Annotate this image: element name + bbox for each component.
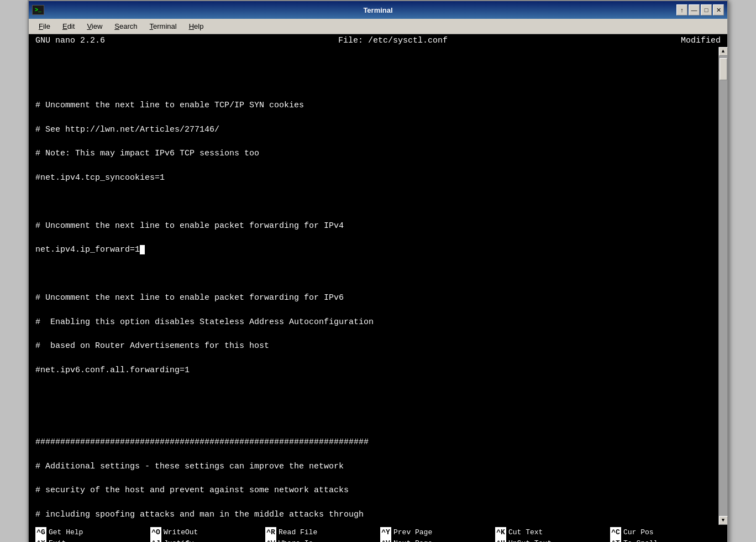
- shortcut-get-help: ^G Get Help: [33, 527, 148, 538]
- editor-line-2: # Uncomment the next line to enable TCP/…: [35, 100, 712, 112]
- menu-help[interactable]: Help: [183, 20, 209, 33]
- maximize-icon: □: [705, 7, 708, 13]
- window-title: Terminal: [363, 6, 392, 14]
- shortcut-cur-pos: ^C Cur Pos: [608, 527, 723, 538]
- scroll-down-button[interactable]: ▼: [719, 516, 728, 525]
- shortcut-key-next-page: ^V: [380, 538, 391, 542]
- shortcut-label-next-page: Next Page: [393, 538, 432, 542]
- shortcut-to-spell: ^T To Spell: [608, 538, 723, 542]
- nano-status: Modified: [681, 36, 721, 45]
- editor-line-16: ########################################…: [35, 436, 712, 449]
- editor-line-14: [35, 388, 712, 400]
- shortcut-key-get-help: ^G: [35, 527, 46, 538]
- shortcut-next-page: ^V Next Page: [378, 538, 493, 542]
- shortcut-key-read-file: ^R: [265, 527, 276, 538]
- arrow-up-icon: ↑: [680, 7, 684, 13]
- scroll-thumb[interactable]: [720, 58, 727, 80]
- arrow-up-button[interactable]: ↑: [676, 4, 687, 15]
- editor-line-4: # Note: This may impact IPv6 TCP session…: [35, 148, 712, 160]
- title-bar: >_ Terminal ↑ — □ ✕: [29, 1, 727, 19]
- shortcut-key-cur-pos: ^C: [610, 527, 621, 538]
- editor-line-17: # Additional settings - these settings c…: [35, 461, 712, 473]
- menu-view[interactable]: View: [81, 20, 108, 33]
- scroll-up-button[interactable]: ▲: [719, 47, 728, 56]
- editor-area[interactable]: # Uncomment the next line to enable TCP/…: [29, 47, 718, 525]
- shortcut-label-uncut-text: UnCut Text: [508, 538, 552, 542]
- close-icon: ✕: [716, 7, 721, 14]
- editor-line-18: # security of the host and prevent again…: [35, 484, 712, 497]
- window-controls: ↑ — □ ✕: [676, 4, 724, 15]
- editor-line-3: # See http://lwn.net/Articles/277146/: [35, 124, 712, 136]
- shortcut-uncut-text: ^U UnCut Text: [493, 538, 608, 542]
- shortcut-label-to-spell: To Spell: [623, 538, 658, 542]
- editor-line-15: [35, 413, 712, 425]
- terminal-window: >_ Terminal ↑ — □ ✕ File Edit View Searc…: [28, 0, 728, 542]
- editor-line-7: # Uncomment the next line to enable pack…: [35, 220, 712, 232]
- shortcut-label-cur-pos: Cur Pos: [623, 527, 654, 538]
- editor-row: # Uncomment the next line to enable TCP/…: [29, 47, 727, 525]
- shortcut-label-exit: Exit: [49, 538, 66, 542]
- minimize-button[interactable]: —: [689, 4, 700, 15]
- shortcut-label-cut-text: Cut Text: [508, 527, 543, 538]
- menu-search[interactable]: Search: [109, 20, 143, 33]
- close-button[interactable]: ✕: [713, 4, 724, 15]
- shortcut-key-to-spell: ^T: [610, 538, 621, 542]
- shortcut-prev-page: ^Y Prev Page: [378, 527, 493, 538]
- shortcut-key-where-is: ^W: [265, 538, 276, 542]
- editor-line-8: net.ipv4.ip_forward=1: [35, 244, 712, 256]
- shortcut-key-uncut-text: ^U: [495, 538, 506, 542]
- menu-terminal[interactable]: Terminal: [144, 20, 182, 33]
- shortcut-key-cut-text: ^K: [495, 527, 506, 538]
- menu-bar: File Edit View Search Terminal Help: [29, 19, 727, 34]
- editor-line-5: #net.ipv4.tcp_syncookies=1: [35, 172, 712, 184]
- editor-line-19: # including spoofing attacks and man in …: [35, 509, 712, 521]
- editor-line-13: #net.ipv6.conf.all.forwarding=1: [35, 364, 712, 377]
- shortcut-exit: ^X Exit: [33, 538, 148, 542]
- shortcut-label-justify: Justify: [164, 538, 194, 542]
- title-bar-left: >_: [32, 5, 44, 15]
- shortcut-label-prev-page: Prev Page: [393, 527, 432, 538]
- shortcut-cut-text: ^K Cut Text: [493, 527, 608, 538]
- shortcut-where-is: ^W Where Is: [263, 538, 378, 542]
- scroll-track[interactable]: [719, 56, 727, 516]
- editor-line-0: [35, 51, 712, 64]
- shortcut-label-get-help: Get Help: [49, 527, 83, 538]
- shortcut-bar: ^G Get Help ^O WriteOut ^R Read File ^Y …: [29, 525, 727, 542]
- editor-line-1: [35, 76, 712, 88]
- menu-edit[interactable]: Edit: [57, 20, 80, 33]
- maximize-button[interactable]: □: [701, 4, 712, 15]
- shortcut-justify: ^J Justify: [148, 538, 263, 542]
- editor-line-6: [35, 196, 712, 208]
- shortcut-key-prev-page: ^Y: [380, 527, 391, 538]
- shortcut-key-justify: ^J: [150, 538, 161, 542]
- minimize-icon: —: [691, 7, 697, 13]
- editor-line-9: [35, 268, 712, 280]
- shortcut-read-file: ^R Read File: [263, 527, 378, 538]
- shortcut-key-exit: ^X: [35, 538, 46, 542]
- shortcut-label-writeout: WriteOut: [164, 527, 198, 538]
- menu-file[interactable]: File: [33, 20, 56, 33]
- nano-filename: File: /etc/sysctl.conf: [338, 36, 448, 45]
- shortcut-key-writeout: ^O: [150, 527, 161, 538]
- terminal-icon: >_: [32, 5, 44, 15]
- nano-header: GNU nano 2.2.6 File: /etc/sysctl.conf Mo…: [29, 34, 727, 47]
- nano-version: GNU nano 2.2.6: [35, 36, 105, 45]
- editor-line-10: # Uncomment the next line to enable pack…: [35, 292, 712, 304]
- scrollbar[interactable]: ▲ ▼: [718, 47, 727, 525]
- shortcut-label-where-is: Where Is: [279, 538, 313, 542]
- editor-line-12: # based on Router Advertisements for thi…: [35, 340, 712, 352]
- editor-line-11: # Enabling this option disables Stateles…: [35, 316, 712, 329]
- shortcut-label-read-file: Read File: [279, 527, 317, 538]
- shortcut-writeout: ^O WriteOut: [148, 527, 263, 538]
